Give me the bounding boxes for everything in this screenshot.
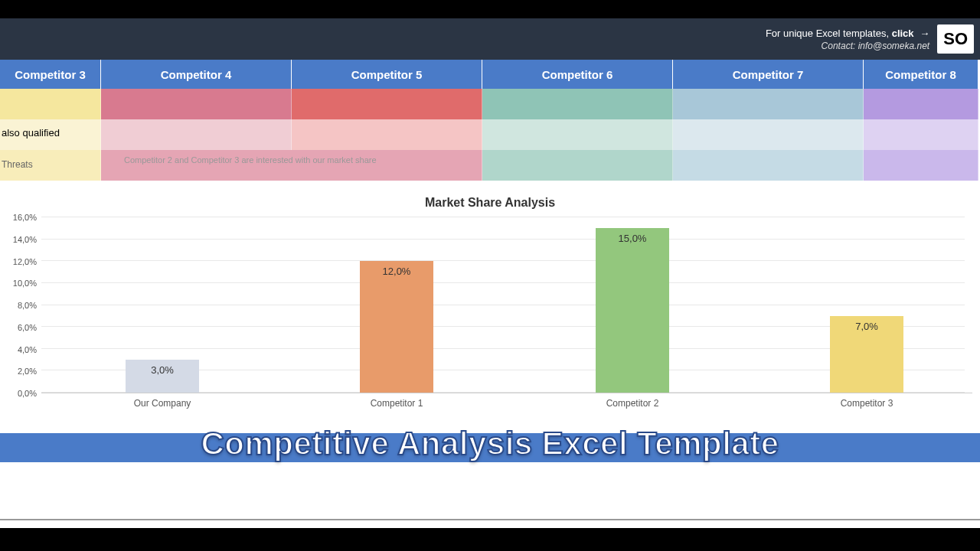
cell-r2-c6[interactable] <box>482 119 673 150</box>
plot-area: 3,0%12,0%15,0%7,0% <box>41 217 972 393</box>
grid-line <box>41 239 965 240</box>
cell-r1-c5[interactable] <box>292 89 482 119</box>
cell-r2-c5[interactable] <box>292 119 482 150</box>
header-competitor-7[interactable]: Competitor 7 <box>673 60 864 89</box>
cell-r2-c8[interactable] <box>864 119 978 150</box>
bar-label-3: 7,0% <box>830 321 903 332</box>
x-label-0: Our Company <box>109 398 216 409</box>
cell-r1-c6[interactable] <box>482 89 673 119</box>
cell-r1-c4[interactable] <box>101 89 292 119</box>
color-row-2: also qualified <box>0 119 980 150</box>
header-text-block: For unique Excel templates, click → Cont… <box>766 28 929 51</box>
x-axis-labels: Our Company Competitor 1 Competitor 2 Co… <box>41 393 972 409</box>
cell-r3-c3[interactable]: Threats <box>0 150 101 181</box>
bar-2[interactable]: 15,0% <box>596 228 669 393</box>
bottom-black-bar <box>0 528 980 551</box>
market-share-note: Competitor 2 and Competitor 3 are intere… <box>101 150 482 170</box>
bar-1[interactable]: 12,0% <box>360 261 433 393</box>
y-tick: 8,0% <box>18 301 37 310</box>
cell-r2-c3[interactable]: also qualified <box>0 119 101 150</box>
grid-line <box>41 260 965 261</box>
y-tick: 14,0% <box>13 235 37 244</box>
y-tick: 12,0% <box>13 257 37 266</box>
header-competitor-4[interactable]: Competitor 4 <box>101 60 292 89</box>
chart-area: Market Share Analysis 0,0%2,0%4,0%6,0%8,… <box>0 181 980 418</box>
x-label-1: Competitor 1 <box>343 398 450 409</box>
promo-action[interactable]: click <box>892 28 914 39</box>
y-tick: 16,0% <box>13 213 37 222</box>
contact-line: Contact: info@someka.net <box>766 41 929 51</box>
y-tick: 4,0% <box>18 345 37 354</box>
cell-r2-c4[interactable] <box>101 119 292 150</box>
bar-3[interactable]: 7,0% <box>830 316 903 393</box>
color-row-1 <box>0 89 980 119</box>
x-label-3: Competitor 3 <box>813 398 920 409</box>
contact-label: Contact: <box>822 41 858 51</box>
cell-r3-c8[interactable] <box>864 150 978 181</box>
promo-prefix: For unique Excel templates, <box>766 28 892 39</box>
arrow-right-icon: → <box>920 28 929 39</box>
y-tick: 6,0% <box>18 323 37 332</box>
header-competitor-3[interactable]: Competitor 3 <box>0 60 101 89</box>
cell-r3-c6[interactable] <box>482 150 673 181</box>
chart-title: Market Share Analysis <box>8 196 972 210</box>
grid-line <box>41 217 965 217</box>
y-tick: 10,0% <box>13 279 37 288</box>
competitor-header-row: Competitor 3 Competitor 4 Competitor 5 C… <box>0 60 980 89</box>
bar-label-0: 3,0% <box>126 364 199 376</box>
threats-text: Threats <box>0 150 100 170</box>
chart-body: 0,0%2,0%4,0%6,0%8,0%10,0%12,0%14,0%16,0%… <box>8 217 972 393</box>
grid-line <box>41 326 965 327</box>
bar-0[interactable]: 3,0% <box>126 360 199 393</box>
header-competitor-5[interactable]: Competitor 5 <box>292 60 482 89</box>
x-label-2: Competitor 2 <box>579 398 686 409</box>
header-bar: For unique Excel templates, click → Cont… <box>0 18 980 60</box>
header-competitor-6[interactable]: Competitor 6 <box>482 60 673 89</box>
bottom-divider <box>0 519 980 520</box>
color-row-3: Threats Competitor 2 and Competitor 3 ar… <box>0 150 980 181</box>
grid-line <box>41 282 965 283</box>
contact-email[interactable]: info@someka.net <box>858 41 930 51</box>
bar-label-1: 12,0% <box>360 266 433 277</box>
bar-label-2: 15,0% <box>596 233 669 244</box>
top-black-bar <box>0 0 980 18</box>
y-tick: 0,0% <box>18 389 37 398</box>
cell-r1-c8[interactable] <box>864 89 978 119</box>
logo: SO <box>937 24 974 54</box>
grid-line <box>41 348 965 349</box>
header-competitor-8[interactable]: Competitor 8 <box>864 60 978 89</box>
color-grid: also qualified Threats Competitor 2 and … <box>0 89 980 181</box>
grid-line <box>41 305 965 305</box>
cell-r3-c4-merged[interactable]: Competitor 2 and Competitor 3 are intere… <box>101 150 482 181</box>
y-tick: 2,0% <box>18 367 37 376</box>
promo-line[interactable]: For unique Excel templates, click → <box>766 28 929 39</box>
qualified-text: also qualified <box>0 119 100 139</box>
overlay-title: Competitive Analysis Excel Template <box>0 425 980 462</box>
cell-r1-c7[interactable] <box>673 89 864 119</box>
y-axis: 0,0%2,0%4,0%6,0%8,0%10,0%12,0%14,0%16,0% <box>8 217 41 393</box>
cell-r2-c7[interactable] <box>673 119 864 150</box>
cell-r3-c7[interactable] <box>673 150 864 181</box>
cell-r1-c3[interactable] <box>0 89 101 119</box>
